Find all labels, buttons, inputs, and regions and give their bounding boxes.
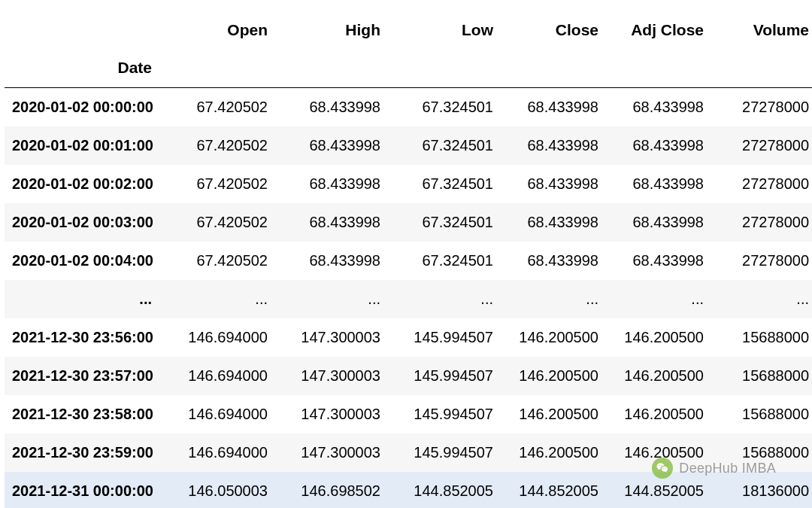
col-header-volume: Volume xyxy=(711,8,812,59)
cell-high: 147.300003 xyxy=(275,433,388,472)
cell-open: 146.694000 xyxy=(170,357,275,395)
cell-adj-close: 146.200500 xyxy=(606,395,711,433)
cell-open: 146.050003 xyxy=(170,472,275,508)
table-row: 2021-12-31 00:00:00 146.050003 146.69850… xyxy=(5,472,812,508)
table-row: 2021-12-30 23:56:00 146.694000 147.30000… xyxy=(5,318,812,357)
table-row: 2021-12-30 23:57:00 146.694000 147.30000… xyxy=(5,357,812,395)
cell-low: ... xyxy=(388,280,501,318)
cell-adj-close: 68.433998 xyxy=(606,165,711,203)
cell-open: 67.420502 xyxy=(170,242,275,280)
cell-adj-close: 146.200500 xyxy=(606,318,711,357)
cell-close: 68.433998 xyxy=(501,126,606,165)
cell-high: 68.433998 xyxy=(275,165,388,203)
cell-open: ... xyxy=(170,280,275,318)
data-table: Open High Low Close Adj Close Volume Dat… xyxy=(5,8,812,508)
cell-open: 67.420502 xyxy=(170,126,275,165)
table-row: 2020-01-02 00:01:00 67.420502 68.433998 … xyxy=(5,126,812,165)
table-row: 2020-01-02 00:03:00 67.420502 68.433998 … xyxy=(5,203,812,242)
cell-close: 146.200500 xyxy=(501,433,606,472)
cell-open: 146.694000 xyxy=(170,395,275,433)
cell-close: 68.433998 xyxy=(501,88,606,126)
cell-date: 2020-01-02 00:03:00 xyxy=(5,203,170,242)
cell-low: 145.994507 xyxy=(388,395,501,433)
cell-high: 68.433998 xyxy=(275,242,388,280)
cell-close: 68.433998 xyxy=(501,203,606,242)
cell-close: 144.852005 xyxy=(501,472,606,508)
table-row: 2021-12-30 23:58:00 146.694000 147.30000… xyxy=(5,395,812,433)
table-body: 2020-01-02 00:00:00 67.420502 68.433998 … xyxy=(5,88,812,509)
cell-high: ... xyxy=(275,280,388,318)
cell-open: 146.694000 xyxy=(170,318,275,357)
cell-volume: 15688000 xyxy=(711,357,812,395)
cell-date: 2021-12-30 23:56:00 xyxy=(5,318,170,357)
cell-adj-close: 144.852005 xyxy=(606,472,711,508)
cell-high: 146.698502 xyxy=(275,472,388,508)
col-header-high: High xyxy=(275,8,388,59)
cell-date: 2020-01-02 00:04:00 xyxy=(5,242,170,280)
cell-open: 146.694000 xyxy=(170,433,275,472)
cell-adj-close: 146.200500 xyxy=(606,433,711,472)
cell-high: 147.300003 xyxy=(275,357,388,395)
cell-volume: 18136000 xyxy=(711,472,812,508)
cell-adj-close: 146.200500 xyxy=(606,357,711,395)
cell-adj-close: 68.433998 xyxy=(606,203,711,242)
cell-low: 67.324501 xyxy=(388,126,501,165)
cell-low: 67.324501 xyxy=(388,165,501,203)
cell-adj-close: 68.433998 xyxy=(606,126,711,165)
cell-high: 147.300003 xyxy=(275,318,388,357)
cell-adj-close: 68.433998 xyxy=(606,88,711,126)
table-header: Open High Low Close Adj Close Volume Dat… xyxy=(5,8,812,88)
col-header-close: Close xyxy=(501,8,606,59)
cell-low: 67.324501 xyxy=(388,203,501,242)
cell-date: 2021-12-31 00:00:00 xyxy=(5,472,170,508)
cell-close: 146.200500 xyxy=(501,395,606,433)
cell-low: 67.324501 xyxy=(388,88,501,126)
cell-volume: ... xyxy=(711,280,812,318)
cell-volume: 27278000 xyxy=(711,88,812,126)
cell-open: 67.420502 xyxy=(170,88,275,126)
cell-adj-close: ... xyxy=(606,280,711,318)
cell-close: 146.200500 xyxy=(501,357,606,395)
col-header-open: Open xyxy=(170,8,275,59)
cell-close: 68.433998 xyxy=(501,242,606,280)
cell-date: 2021-12-30 23:58:00 xyxy=(5,395,170,433)
table-row-ellipsis: ... ... ... ... ... ... ... xyxy=(5,280,812,318)
cell-high: 68.433998 xyxy=(275,203,388,242)
cell-low: 145.994507 xyxy=(388,318,501,357)
cell-volume: 27278000 xyxy=(711,203,812,242)
table-row: 2021-12-30 23:59:00 146.694000 147.30000… xyxy=(5,433,812,472)
cell-low: 145.994507 xyxy=(388,357,501,395)
cell-high: 68.433998 xyxy=(275,88,388,126)
cell-high: 68.433998 xyxy=(275,126,388,165)
cell-close: ... xyxy=(501,280,606,318)
cell-close: 146.200500 xyxy=(501,318,606,357)
cell-date: 2021-12-30 23:57:00 xyxy=(5,357,170,395)
cell-volume: 27278000 xyxy=(711,165,812,203)
cell-low: 145.994507 xyxy=(388,433,501,472)
col-header-adj-close: Adj Close xyxy=(606,8,711,59)
cell-volume: 15688000 xyxy=(711,433,812,472)
cell-open: 67.420502 xyxy=(170,203,275,242)
table-row: 2020-01-02 00:02:00 67.420502 68.433998 … xyxy=(5,165,812,203)
table-row: 2020-01-02 00:00:00 67.420502 68.433998 … xyxy=(5,88,812,126)
table-row: 2020-01-02 00:04:00 67.420502 68.433998 … xyxy=(5,242,812,280)
col-header-low: Low xyxy=(388,8,501,59)
cell-adj-close: 68.433998 xyxy=(606,242,711,280)
cell-date: 2021-12-30 23:59:00 xyxy=(5,433,170,472)
cell-low: 67.324501 xyxy=(388,242,501,280)
cell-date: 2020-01-02 00:00:00 xyxy=(5,88,170,126)
cell-close: 68.433998 xyxy=(501,165,606,203)
cell-volume: 15688000 xyxy=(711,318,812,357)
cell-volume: 27278000 xyxy=(711,242,812,280)
index-header-date: Date xyxy=(5,59,170,88)
cell-high: 147.300003 xyxy=(275,395,388,433)
cell-open: 67.420502 xyxy=(170,165,275,203)
cell-volume: 27278000 xyxy=(711,126,812,165)
cell-volume: 15688000 xyxy=(711,395,812,433)
cell-date: 2020-01-02 00:01:00 xyxy=(5,126,170,165)
cell-low: 144.852005 xyxy=(388,472,501,508)
cell-date: ... xyxy=(5,280,170,318)
cell-date: 2020-01-02 00:02:00 xyxy=(5,165,170,203)
